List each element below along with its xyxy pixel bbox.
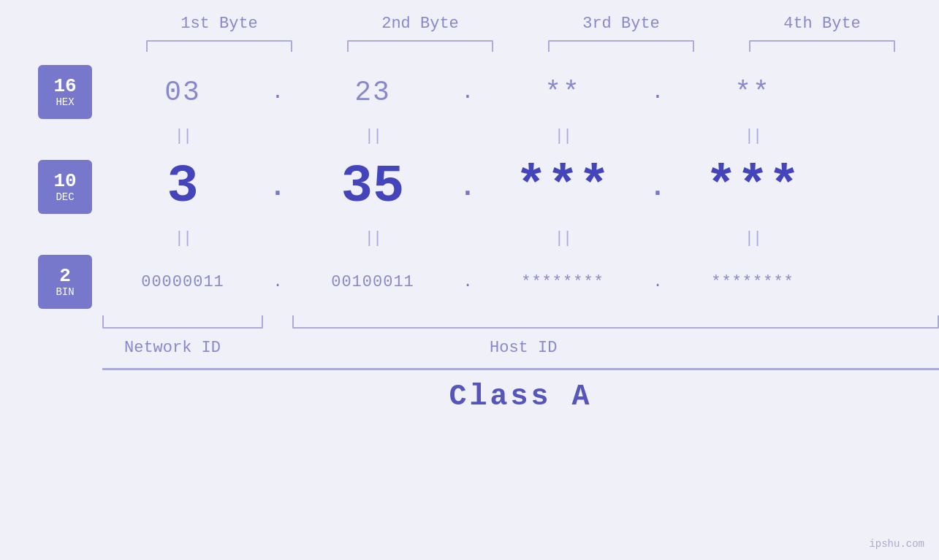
network-id-label: Network ID [124,339,221,357]
dec-cell-1: 3 [102,150,263,223]
dec-cell-2: 35 [292,150,453,223]
eq-cell-4b: || [672,229,833,248]
equals-sign-2a: || [365,127,381,145]
dec-sep-1: . [263,172,292,203]
eq-cell-3b: || [482,229,643,248]
hex-value-row: 03 . 23 . ** . ** [102,63,939,121]
bin-badge: 2 BIN [38,255,92,309]
hex-sep-2: . [453,81,482,104]
byte-headers-row: 1st Byte 2nd Byte 3rd Byte 4th Byte [119,15,923,33]
dec-badge: 10 DEC [38,160,92,214]
bracket-byte2 [347,40,493,52]
eq-spacer-2 [35,223,95,253]
eq-cell-1b: || [102,229,263,248]
class-bracket-line [102,368,939,370]
bin-value-row: 00000011 . 00100011 . ******** . *******… [102,253,939,311]
bracket-byte3 [548,40,694,52]
dec-cell-3: *** [482,150,643,223]
equals-sign-1a: || [175,127,191,145]
eq-cell-4a: || [672,127,833,145]
watermark: ipshu.com [869,538,924,550]
eq-cell-3a: || [482,127,643,145]
equals-sign-2b: || [365,229,381,248]
equals-sign-4a: || [745,127,761,145]
eq-cell-2b: || [292,229,453,248]
bin-number: 2 [59,266,71,287]
id-labels-row: Network ID Host ID [102,334,939,361]
byte2-header: 2nd Byte [340,15,501,33]
equals-sign-4b: || [745,229,761,248]
bin-cell-3: ******** [482,253,643,311]
hex-val-2: 23 [354,77,391,108]
bin-val-2: 00100011 [331,273,414,291]
byte3-header: 3rd Byte [541,15,702,33]
hex-number: 16 [53,76,76,97]
hex-cell-3: ** [482,63,643,121]
equals-row-1: || || || || [102,121,939,150]
hex-label: HEX [56,97,74,108]
hex-sep-1: . [263,81,292,104]
hex-val-1: 03 [164,77,201,108]
bin-cell-1: 00000011 [102,253,263,311]
dec-label: DEC [56,192,74,203]
equals-sign-3b: || [555,229,571,248]
equals-sign-1b: || [175,229,191,248]
hex-val-3: ** [544,77,581,108]
bracket-byte4 [749,40,895,52]
dec-val-2: 35 [341,157,404,217]
bin-sep-2: . [453,273,482,291]
rows-container: 03 . 23 . ** . ** || [102,63,939,413]
bin-val-1: 00000011 [141,273,224,291]
hex-badge-wrapper: 16 HEX [35,63,95,121]
bin-val-4: ******** [711,273,794,291]
main-container: 1st Byte 2nd Byte 3rd Byte 4th Byte 16 H… [0,0,939,560]
hex-val-4: ** [734,77,771,108]
bin-label: BIN [56,287,74,298]
dec-number: 10 [53,171,76,192]
dec-sep-3: . [643,172,672,203]
hex-badge: 16 HEX [38,65,92,119]
equals-sign-3a: || [555,127,571,145]
top-brackets [119,40,923,52]
hex-sep-3: . [643,81,672,104]
left-labels-column: 16 HEX 10 DEC 2 BIN [0,63,95,311]
dec-val-4: *** [705,157,800,217]
bin-cell-4: ******** [672,253,833,311]
bin-val-3: ******** [521,273,604,291]
dec-badge-wrapper: 10 DEC [35,150,95,223]
class-label: Class A [449,380,592,413]
bin-sep-3: . [643,273,672,291]
network-id-bracket [102,315,263,329]
dec-val-1: 3 [167,157,198,217]
hex-cell-1: 03 [102,63,263,121]
bin-cell-2: 00100011 [292,253,453,311]
byte1-header: 1st Byte [139,15,300,33]
eq-spacer-1 [35,121,95,150]
dec-cell-4: *** [672,150,833,223]
dec-val-3: *** [515,157,610,217]
bracket-byte1 [146,40,292,52]
eq-cell-2a: || [292,127,453,145]
bin-badge-wrapper: 2 BIN [35,253,95,311]
dec-value-row: 3 . 35 . *** . *** [102,150,939,223]
hex-cell-2: 23 [292,63,453,121]
hex-cell-4: ** [672,63,833,121]
equals-row-2: || || || || [102,223,939,253]
bottom-bracket-container [102,315,939,334]
byte4-header: 4th Byte [742,15,902,33]
host-id-bracket [292,315,939,329]
class-label-row: Class A [102,380,939,413]
bin-sep-1: . [263,273,292,291]
eq-cell-1a: || [102,127,263,145]
host-id-label: Host ID [490,339,557,357]
dec-sep-2: . [453,172,482,203]
